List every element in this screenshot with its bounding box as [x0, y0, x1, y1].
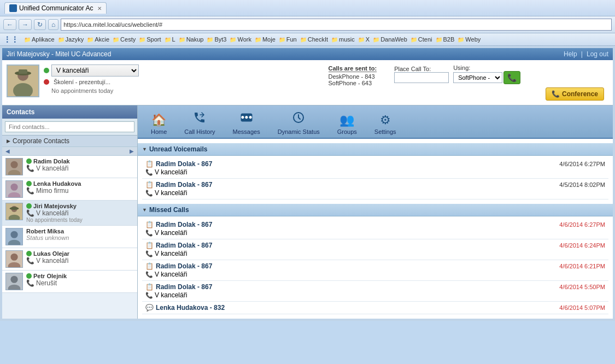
contacts-search-input[interactable] [5, 121, 134, 132]
contact-avatar-4 [5, 250, 23, 268]
voicemail-item-0[interactable]: 📋 Radim Dolak - 867 4/6/2014 6:27PM 📞 V … [142, 158, 608, 179]
missed-call-item-1[interactable]: 📋 Radim Dolak - 867 4/6/2014 6:24PM 📞 V … [142, 239, 608, 260]
scroll-right-arrow[interactable]: ▶ [127, 148, 136, 154]
contact-status-dot-0 [26, 158, 32, 164]
address-bar[interactable] [61, 19, 612, 31]
contact-item-5[interactable]: Petr Olejnik 📞 Nerušit [2, 271, 137, 293]
unread-voicemails-label: Unread Voicemails [149, 145, 208, 153]
calls-sent-value-2: SoftPhone - 643 [329, 80, 377, 86]
no-appointments-text: No appointments today [51, 87, 320, 94]
bookmark-byt3[interactable]: 📁Byt3 [207, 36, 226, 43]
bookmark-work[interactable]: 📁Work [230, 36, 251, 43]
missed-call-item-0[interactable]: 📋 Radim Dolak - 867 4/6/2014 6:27PM 📞 V … [142, 219, 608, 239]
contact-status-text-5: Nerušit [36, 279, 57, 287]
tab-settings-label: Settings [374, 128, 396, 135]
calls-info-area: Calls are sent to: DeskPhone - 843 SoftP… [320, 64, 609, 101]
place-call-input[interactable] [394, 72, 449, 83]
contact-item-0[interactable]: Radim Dolak 📞 V kanceláři [2, 156, 137, 178]
bookmark-cteni[interactable]: 📁Cteni [411, 36, 432, 43]
contact-status-dot-1 [26, 181, 32, 186]
tab-home-label: Home [151, 128, 167, 135]
help-link[interactable]: Help [564, 50, 577, 58]
contacts-group-header[interactable]: ▶ Corporate Contacts [2, 136, 137, 147]
bookmark-checkit[interactable]: 📁CheckIt [300, 36, 328, 43]
bookmark-fun[interactable]: 📁Fun [279, 36, 297, 43]
status-dot-green-1 [44, 68, 49, 73]
tab-messages[interactable]: ●●● Messages [224, 108, 269, 138]
contact-status-dot-4 [26, 251, 32, 256]
bookmark-sport[interactable]: 📁Sport [139, 36, 161, 43]
contact-name-2: Jiri Matejovsky [33, 203, 77, 209]
bookmark-moje[interactable]: 📁Moje [255, 36, 276, 43]
contacts-header: Contacts [2, 105, 137, 119]
contact-item-1[interactable]: Lenka Hudakova 📞 Mimo firmu [2, 178, 137, 201]
contact-status-text-0: V kanceláři [36, 165, 68, 172]
bookmark-jazyky[interactable]: 📁Jazyky [58, 36, 84, 43]
contact-avatar-1 [5, 180, 23, 198]
bookmark-x[interactable]: 📁X [358, 36, 370, 43]
using-select[interactable]: SoftPhone - 6 [453, 72, 502, 83]
bookmark-akcie[interactable]: 📁Akcie [87, 36, 109, 43]
mc-date-3: 4/6/2014 5:50PM [559, 284, 605, 290]
tab-dynamic-status[interactable]: Dynamic Status [269, 108, 329, 138]
contact-status-text-4: V kanceláři [36, 257, 68, 265]
scroll-left-arrow[interactable]: ◀ [3, 148, 12, 154]
contact-avatar-3 [5, 228, 23, 245]
voicemail-item-1[interactable]: 📋 Radim Dolak - 867 4/5/2014 8:02PM 📞 V … [142, 179, 608, 199]
contact-status-dot-2 [26, 203, 32, 209]
tab-groups[interactable]: 👥 Groups [329, 111, 366, 138]
contact-item-3[interactable]: Robert Miksa Status unknown [2, 226, 137, 248]
mc-name-2: Radim Dolak - 867 [156, 262, 212, 270]
bookmark-weby[interactable]: 📁Weby [458, 36, 481, 43]
missed-call-item-2[interactable]: 📋 Radim Dolak - 867 4/6/2014 6:21PM 📞 V … [142, 260, 608, 281]
contact-item-4[interactable]: Lukas Olejar 📞 V kanceláři [2, 248, 137, 271]
conference-btn[interactable]: 📞 Conference [546, 87, 604, 101]
mc-status-3: V kanceláři [155, 291, 187, 299]
contacts-scroll-row: ◀ ▶ [2, 147, 137, 156]
tab-call-history[interactable]: Call History [175, 108, 224, 138]
tab-home[interactable]: 🏠 Home [142, 111, 175, 138]
forward-btn[interactable]: → [19, 19, 32, 30]
home-nav-btn[interactable]: ⌂ [48, 19, 58, 30]
status-select[interactable]: V kanceláři Mimo firmu [51, 64, 139, 77]
browser-tab[interactable]: Unified Communicator Ac ✕ [4, 2, 107, 14]
vm-phone-icon-1: 📞 [145, 190, 153, 197]
bookmark-b2b[interactable]: 📁B2B [436, 36, 455, 43]
tab-close-btn[interactable]: ✕ [97, 5, 102, 11]
dynamic-status-icon [292, 111, 305, 126]
missed-call-item-3[interactable]: 📋 Radim Dolak - 867 4/6/2014 5:50PM 📞 V … [142, 281, 608, 302]
mc-icon-1: 📋 [145, 242, 154, 249]
contact-info-0: Radim Dolak 📞 V kanceláři [26, 158, 134, 172]
contact-phone-icon-1: 📞 [26, 187, 34, 195]
reload-btn[interactable]: ↻ [34, 19, 46, 30]
contact-phone-icon-0: 📞 [26, 165, 34, 172]
missed-call-item-4[interactable]: 💬 Lenka Hudakova - 832 4/6/2014 5:07PM [142, 302, 608, 314]
bookmark-nakup[interactable]: 📁Nakup [179, 36, 204, 43]
svg-point-22 [10, 276, 17, 283]
contact-info-4: Lukas Olejar 📞 V kanceláři [26, 250, 134, 265]
svg-point-19 [10, 254, 17, 261]
mc-date-4: 4/6/2014 5:07PM [559, 304, 605, 311]
contact-item-2[interactable]: Jiri Matejovsky 📞 V kanceláři No appoint… [2, 201, 137, 226]
main-content: Contacts ▶ Corporate Contacts ◀ ▶ [2, 105, 613, 319]
bookmark-music[interactable]: 📁music [331, 36, 355, 43]
mc-icon-2: 📋 [145, 262, 154, 270]
back-btn[interactable]: ← [3, 19, 16, 30]
mc-date-1: 4/6/2014 6:24PM [559, 242, 605, 249]
bookmark-l[interactable]: 📁L [165, 36, 175, 43]
apps-grid-icon[interactable]: ⋮⋮ [3, 35, 19, 44]
bookmark-danaweb[interactable]: 📁DanaWeb [373, 36, 407, 43]
contact-name-5: Petr Olejnik [33, 273, 67, 279]
status-text-2: Školení - prezentují... [54, 79, 110, 85]
bookmark-cesty[interactable]: 📁Cesty [113, 36, 136, 43]
conference-icon: 📞 [552, 90, 560, 98]
logout-link[interactable]: Log out [587, 50, 608, 58]
call-now-btn[interactable]: 📞 [503, 71, 520, 84]
bookmark-aplikace[interactable]: 📁Aplikace [24, 36, 55, 43]
mc-name-0: Radim Dolak - 867 [156, 221, 212, 228]
tab-settings[interactable]: ⚙ Settings [366, 111, 405, 138]
browser-nav: ← → ↻ ⌂ [0, 16, 615, 33]
mc-icon-4: 💬 [145, 304, 154, 312]
contacts-search [2, 119, 137, 136]
using-label: Using: [453, 64, 520, 71]
